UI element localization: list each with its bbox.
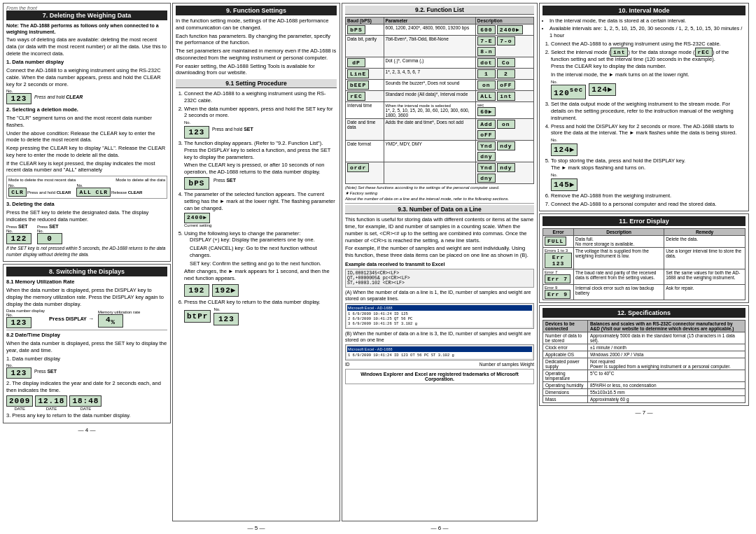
cell-datetime-param: Adds the date and time*, Does not add bbox=[384, 119, 475, 141]
spec-label-devices: Devices to be connected bbox=[543, 321, 588, 332]
disp-123d: 123 bbox=[214, 313, 239, 325]
s92-disp: No. 123 bbox=[184, 120, 209, 139]
disp-btpr: btPr bbox=[184, 310, 211, 323]
disp-off: oFF bbox=[497, 80, 515, 90]
err-col-desc: Description bbox=[574, 229, 664, 236]
interval-step-1: Connect the AD-1688 to a weighing instru… bbox=[551, 41, 746, 48]
bps-display: bPS bbox=[184, 177, 209, 190]
interval-intro-2: Available intervals are: 1, 2, 5, 10, 15… bbox=[550, 25, 746, 39]
step-2-label: 2. Selecting a deletion mode. bbox=[6, 106, 167, 113]
disp-ynd: Ynd bbox=[477, 141, 496, 150]
step-9-2-display: No. 123 Press and hold SET bbox=[184, 120, 337, 139]
step-9-4-text: The parameter of the selected function a… bbox=[184, 191, 335, 211]
btpr-display: btPr bbox=[184, 310, 211, 323]
manual-page: From the front 7. Deleting the Weighing … bbox=[0, 0, 756, 534]
example-line1: ID,00012345<CR><LF> bbox=[347, 271, 532, 276]
interval-step-4-disp: No. 124▶ bbox=[551, 138, 746, 156]
step-3-displays: Press SET No. 122 Press SET No. 0 bbox=[6, 224, 167, 244]
table-row: Data bit, parity 7bit-Even*, 7bit-Odd, 8… bbox=[346, 36, 534, 57]
err-7-remedy: Set the same values for both the AD-1688… bbox=[664, 269, 746, 285]
beep-displays: on oFF bbox=[477, 80, 532, 90]
column-4: 10. Interval Mode In the interval mode, … bbox=[539, 3, 749, 531]
section-10: 10. Interval Mode In the interval mode, … bbox=[539, 3, 749, 211]
table-row: FULL Data full.No more storage is availa… bbox=[543, 236, 746, 248]
function-list-table: Baud (bPS) Parameter Description bPS 600… bbox=[345, 17, 534, 184]
cell-bps-desc: 600 2400▶ bbox=[475, 24, 533, 36]
trademark-text: Windows Explorer and Excel are registere… bbox=[360, 372, 519, 381]
spec-value-mass: Approximately 60 g bbox=[587, 396, 745, 403]
table-row: Error 9 Err 9 Internal clock error such … bbox=[543, 285, 746, 300]
section-8-1-displays: Data number display No. 123 Press DISPLA… bbox=[6, 309, 167, 328]
col-description: Description bbox=[475, 17, 533, 24]
col-parameter: Parameter bbox=[384, 17, 475, 24]
disp-123a: 123 bbox=[6, 317, 31, 328]
interval-step-4: Press and hold the DISPLAY key for 2 sec… bbox=[551, 123, 746, 157]
table-row: Date and time data Adds the date and tim… bbox=[346, 119, 534, 141]
disp-122: 122 bbox=[6, 233, 31, 244]
section-9: 9. Function Settings In the function set… bbox=[172, 3, 340, 521]
all-disp-row: ALL CLR Release CLEAR bbox=[76, 188, 142, 197]
cell-datefmt: Date format bbox=[346, 141, 384, 162]
table-row: Interval time When the interval mode is … bbox=[346, 102, 534, 119]
spec-row: Operating temperature 5°C to 40°C bbox=[543, 370, 746, 382]
spec-row: Dimensions 55x103x16.5 mm bbox=[543, 389, 746, 396]
example-data-box: ID,00012345<CR><LF> QT,+0000005& pc<CR><… bbox=[345, 269, 534, 288]
spec-label-mass: Mass bbox=[543, 396, 588, 403]
table-row: ordr Ynd ndy dny bbox=[346, 162, 534, 184]
disp-2: 2 bbox=[497, 69, 515, 78]
id-lbl: ID bbox=[345, 362, 350, 367]
disp-145: 145▶ bbox=[551, 178, 578, 191]
set-key-desc: SET key: Confirm the setting and go to t… bbox=[184, 260, 337, 267]
step-2-text: The "CLR" segment turns on and the most … bbox=[6, 115, 167, 129]
err-123-display: Errors 1 to 3 Err 123 bbox=[543, 248, 574, 269]
date-lbl2: DATE bbox=[35, 407, 67, 411]
spec-label-os: Applicable OS bbox=[543, 351, 588, 358]
disp-123b: 123 bbox=[6, 367, 31, 379]
column-2: 9. Function Settings In the function set… bbox=[172, 3, 340, 531]
section-9-intro2: Each function has parameters. By changin… bbox=[176, 33, 337, 47]
data-num-display: Data number display No. 123 bbox=[6, 309, 45, 328]
no-lbl7: No. bbox=[551, 173, 746, 178]
disp-192a: 192 bbox=[184, 284, 209, 297]
section-8-2-text: When the data number is displayed, press… bbox=[6, 340, 167, 354]
table-row: Errors 1 to 3 Err 123 The voltage that i… bbox=[543, 248, 746, 269]
spec-value-numdata: Approximately 5000 data in the standard … bbox=[587, 332, 745, 344]
rec-displays: ALL int bbox=[477, 92, 532, 101]
disp-err7: Err 7 bbox=[545, 274, 570, 283]
step-9-3-text: The function display appears. (Refer to … bbox=[184, 140, 323, 146]
cell-dp: dP bbox=[346, 57, 384, 69]
step-1-text: Connect the AD-1688 to a weighing instru… bbox=[6, 67, 167, 87]
section-8-2-title: 8.2 Date/Time Display bbox=[6, 332, 167, 339]
s10-no2: No. 124▶ bbox=[551, 138, 578, 156]
press-hold-label: Press and hold CLEAR bbox=[34, 94, 83, 99]
year-display: 2009 DATE bbox=[6, 395, 33, 411]
table-row: bEEP Sounds the buzzer*, Does not sound … bbox=[346, 80, 534, 91]
disp-4pct: 4% bbox=[98, 314, 123, 328]
section-8-title: 8. Switching the Displays bbox=[6, 267, 167, 276]
cell-interval-param: When the interval mode is selected 1*, 2… bbox=[384, 102, 475, 119]
disp-1218: 12.18 bbox=[35, 395, 67, 407]
cell-beep-param: Sounds the buzzer*, Does not sound bbox=[384, 80, 475, 91]
section-9-intro4: For easier setting, the AD-1688 Setting … bbox=[176, 63, 337, 77]
disp-int2: int bbox=[610, 48, 628, 57]
spec-value-dim: 55x103x16.5 mm bbox=[587, 389, 745, 396]
spec-value-devices: Balances and scales with an RS-232C conn… bbox=[587, 321, 745, 332]
spec-label-temp: Operating temperature bbox=[543, 370, 588, 382]
section-9-intro3: The set parameters are maintained in mem… bbox=[176, 48, 337, 62]
step-9-3-displays: bPS Press SET bbox=[184, 177, 337, 190]
cell-line-desc: 1 2 bbox=[475, 69, 533, 80]
step-9-6-text: Press the CLEAR key to return to the dat… bbox=[184, 299, 321, 305]
ss-a-row1: 1 6/9/2009 10:41:24 ID 125 bbox=[348, 311, 531, 316]
disp-ndy: ndy bbox=[497, 141, 515, 150]
section-8-2-displays: 2009 DATE 12.18 DATE 18:48 DATE bbox=[6, 395, 167, 411]
spec-value-power: Not requiredPower is supplied from a wei… bbox=[587, 358, 745, 370]
step-9-5: Using the following keys to change the p… bbox=[184, 230, 337, 297]
section-8: 8. Switching the Displays 8.1 Memory Uti… bbox=[3, 264, 171, 423]
disp-123c: 123 bbox=[184, 126, 209, 139]
mode-labels: Mode to delete the most recent data Mode… bbox=[8, 178, 165, 182]
disp-dot: dot bbox=[477, 58, 496, 67]
caption-b: (B) When the number of data on a line is… bbox=[345, 330, 534, 343]
column-1: From the front 7. Deleting the Weighing … bbox=[3, 3, 171, 531]
step-9-6: Press the CLEAR key to return to the dat… bbox=[184, 299, 337, 325]
step-9-3-b: When the CLEAR key is pressed, or after … bbox=[184, 162, 337, 176]
